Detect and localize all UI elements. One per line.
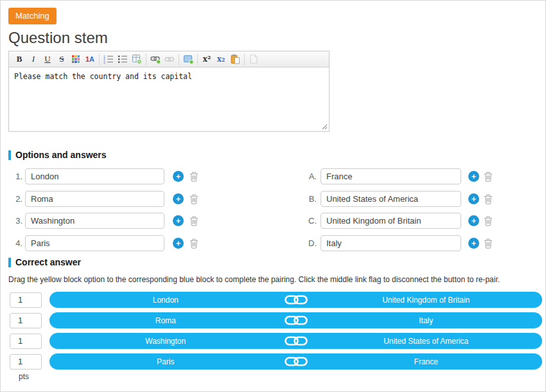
points-input[interactable] (10, 313, 42, 328)
answer-letter-label: D. (304, 238, 317, 248)
trash-icon (189, 172, 198, 182)
plus-icon (176, 195, 181, 203)
trash-icon (189, 238, 198, 249)
stem-text: Please match the country and its capital (14, 72, 192, 81)
section-accent-bar (8, 258, 11, 267)
option-input[interactable] (25, 235, 164, 251)
answer-input[interactable] (321, 213, 461, 229)
plus-icon (176, 239, 181, 247)
delete-option-button[interactable] (189, 238, 198, 249)
pair-right-option[interactable]: United States of America (310, 337, 543, 346)
delete-option-button[interactable] (189, 216, 198, 226)
answer-letter-label: A. (304, 172, 317, 181)
trash-icon (189, 194, 198, 204)
plus-icon (471, 217, 477, 225)
answer-letter-label: C. (304, 216, 317, 226)
option-input[interactable] (25, 168, 164, 184)
pair-right-option[interactable]: United Kingdom of Britain (310, 296, 543, 305)
answer-input[interactable] (321, 235, 461, 251)
svg-text:3: 3 (103, 60, 105, 64)
points-input[interactable] (10, 334, 42, 349)
add-option-button[interactable] (173, 238, 184, 249)
unordered-list-icon (118, 55, 128, 64)
insert-table-button[interactable] (130, 53, 144, 66)
pair-left-option[interactable]: Roma (49, 316, 282, 325)
link-icon[interactable] (282, 336, 310, 346)
points-unit-label: pts (19, 372, 29, 381)
link-icon[interactable] (282, 357, 310, 366)
question-type-badge: Matching (8, 8, 57, 24)
add-answer-button[interactable] (468, 238, 479, 249)
font-size-button[interactable]: 1A (83, 53, 97, 66)
delete-answer-button[interactable] (484, 238, 493, 249)
resize-handle-icon[interactable] (322, 124, 328, 130)
option-row: 4. (6, 235, 198, 251)
add-option-button[interactable] (173, 193, 184, 204)
section-accent-bar (8, 150, 11, 160)
text-color-button[interactable] (69, 53, 83, 66)
option-input[interactable] (25, 213, 164, 229)
link-icon[interactable] (282, 316, 310, 325)
option-row: 3. (6, 213, 198, 229)
insert-image-icon (183, 54, 194, 64)
answer-input[interactable] (321, 168, 461, 184)
plus-icon (471, 239, 477, 247)
delete-answer-button[interactable] (484, 194, 493, 204)
bold-button[interactable]: B (12, 53, 26, 66)
pair-right-option[interactable]: Italy (310, 316, 543, 325)
strikethrough-button[interactable]: S (55, 53, 69, 66)
pair-pill[interactable]: Paris France (49, 353, 542, 370)
answer-input[interactable] (321, 191, 461, 207)
answer-letter-label: B. (304, 194, 317, 204)
delete-answer-button[interactable] (484, 172, 493, 182)
paste-button[interactable] (228, 53, 242, 66)
toolbar-group-scripts: x² x₂ (198, 53, 245, 66)
correct-answer-heading: Correct answer (8, 257, 81, 267)
pair-left-option[interactable]: Paris (49, 357, 282, 366)
source-document-button[interactable] (247, 53, 261, 66)
italic-button[interactable]: I (26, 53, 40, 66)
source-document-icon (249, 54, 258, 64)
delete-option-button[interactable] (189, 172, 198, 182)
unordered-list-button[interactable] (116, 53, 130, 66)
pair-pill[interactable]: Washington United States of America (49, 333, 542, 349)
pair-left-option[interactable]: Washington (49, 337, 282, 346)
pair-pill[interactable]: London United Kingdom of Britain (49, 292, 542, 308)
subscript-button[interactable]: x₂ (214, 53, 228, 66)
points-input[interactable] (10, 354, 42, 370)
add-option-button[interactable] (173, 215, 184, 226)
pair-right-option[interactable]: France (310, 357, 543, 366)
underline-button[interactable]: U (40, 53, 55, 66)
option-input[interactable] (25, 191, 164, 207)
toolbar-group-image (179, 53, 198, 66)
stem-textarea[interactable]: Please match the country and its capital (9, 67, 329, 131)
pair-pill[interactable]: Roma Italy (49, 312, 542, 328)
trash-icon (484, 238, 493, 249)
add-answer-button[interactable] (468, 215, 479, 226)
option-number-label: 4. (6, 238, 22, 248)
insert-table-icon (132, 54, 142, 64)
answer-row: C. (304, 213, 493, 229)
ordered-list-icon: 123 (103, 55, 114, 64)
remove-link-icon (164, 55, 175, 64)
ordered-list-button[interactable]: 123 (101, 53, 116, 66)
points-input[interactable] (10, 292, 42, 308)
insert-link-button[interactable] (148, 53, 163, 66)
add-answer-button[interactable] (468, 171, 479, 182)
superscript-button[interactable]: x² (200, 53, 214, 66)
matching-question-editor: Matching Question stem B I U S 1A (0, 0, 546, 392)
add-option-button[interactable] (173, 171, 184, 182)
rich-text-editor: B I U S 1A 123 (8, 51, 330, 132)
plus-icon (471, 172, 477, 181)
pair-left-option[interactable]: London (49, 296, 282, 305)
color-grid-icon (71, 55, 80, 64)
add-answer-button[interactable] (468, 193, 479, 204)
insert-image-button[interactable] (181, 53, 195, 66)
toolbar-group-links (146, 53, 179, 66)
delete-option-button[interactable] (189, 194, 198, 204)
delete-answer-button[interactable] (484, 216, 493, 226)
trash-icon (484, 216, 493, 226)
trash-icon (189, 216, 198, 226)
remove-link-button[interactable] (163, 53, 177, 66)
link-icon[interactable] (282, 295, 310, 305)
